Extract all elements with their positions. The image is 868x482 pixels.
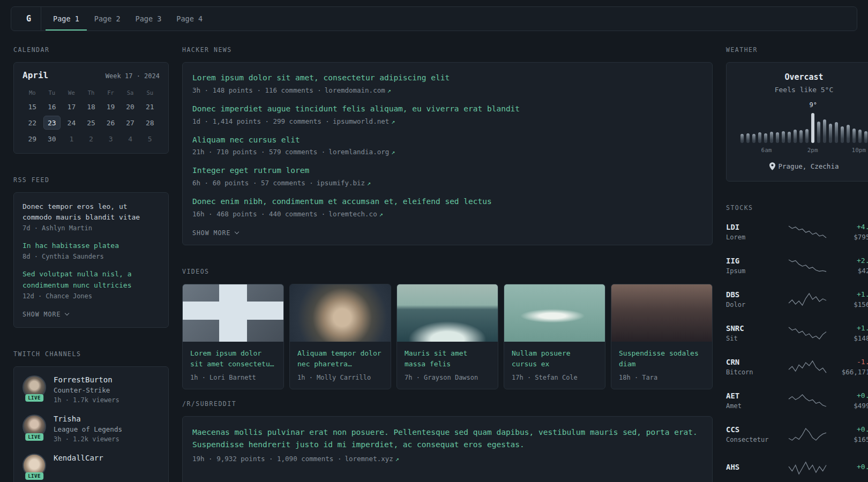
hn-item-title[interactable]: Integer eget rutrum lorem <box>192 165 702 177</box>
stock-row[interactable]: SNRC Sit +1.36% $148.64 <box>726 316 868 350</box>
stock-row[interactable]: CCS Consectetur +0.51% $165.84 <box>726 417 868 451</box>
calendar-weekday: We <box>62 87 81 99</box>
tab-page-2[interactable]: Page 2 <box>87 7 128 31</box>
hackernews-widget: HACKER NEWS Lorem ipsum dolor sit amet, … <box>182 46 713 245</box>
stock-id: CRN Bitcorn <box>726 358 782 376</box>
video-thumbnail[interactable] <box>183 284 283 342</box>
weather-bar <box>794 130 797 143</box>
video-body: Aliquam tempor dolor nec pharetra… 1h · … <box>290 342 391 389</box>
channel-viewers: 3h · 1.2k viewers <box>54 435 122 443</box>
video-thumbnail[interactable] <box>290 284 391 342</box>
subreddit-meta-text: 19h · 9,932 points · 1,090 comments · <box>192 455 341 463</box>
hn-item-title[interactable]: Donec enim nibh, condimentum et accumsan… <box>192 196 702 208</box>
twitch-channel-row[interactable]: LIVE KendallCarr <box>23 454 160 477</box>
stock-row[interactable]: CRN Bitcorn -1.00% $66,171.48 <box>726 350 868 383</box>
video-thumbnail[interactable] <box>397 284 498 342</box>
stock-symbol: CRN <box>726 358 782 366</box>
video-title[interactable]: Suspendisse sodales diam <box>619 348 705 370</box>
rss-item-title[interactable]: In hac habitasse platea <box>23 240 160 251</box>
hn-domain-link[interactable]: ipsumworld.net <box>333 117 389 125</box>
middle-column: HACKER NEWS Lorem ipsum dolor sit amet, … <box>182 46 713 482</box>
weather-bar <box>770 132 773 143</box>
rss-item-title[interactable]: Donec tempor eros leo, ut commodo mauris… <box>23 201 160 223</box>
rss-card: Donec tempor eros leo, ut commodo mauris… <box>13 192 169 328</box>
hn-item-meta: 16h · 468 points · 440 comments ·loremte… <box>192 210 702 218</box>
stock-row[interactable]: AET Amet +0.92% $499.72 <box>726 383 868 417</box>
subreddit-domain-link[interactable]: loremnet.xyz <box>345 455 393 463</box>
hn-item-title[interactable]: Aliquam nec cursus elit <box>192 134 702 146</box>
tab-page-4[interactable]: Page 4 <box>169 7 210 31</box>
calendar-day: 2 <box>83 132 100 146</box>
external-link-icon: ↗ <box>367 179 371 187</box>
weather-hour-label: 6am <box>761 147 772 154</box>
hn-meta-text: 16h · 468 points · 440 comments · <box>192 210 325 218</box>
hn-item-meta: 21h · 710 points · 579 comments ·loremla… <box>192 148 702 156</box>
left-column: CALENDAR April Week 17 · 2024 MoTuWeThFr… <box>13 46 169 482</box>
stock-row[interactable]: AHS +0.46% <box>726 451 868 482</box>
stock-values: +0.46% <box>833 463 868 473</box>
calendar-day: 1 <box>63 132 80 146</box>
twitch-widget: TWITCH CHANNELS LIVE ForrestBurton Count… <box>13 350 169 482</box>
stock-row[interactable]: DBS Dolor +1.42% $156.28 <box>726 282 868 316</box>
weather-bar <box>852 129 856 143</box>
hn-domain-link[interactable]: loremlandia.org <box>328 148 389 156</box>
stock-sparkline <box>788 292 827 306</box>
stock-symbol: SNRC <box>726 324 782 333</box>
hn-item-meta: 1d · 1,414 points · 299 comments ·ipsumw… <box>192 117 702 125</box>
stock-price: $148.64 <box>833 334 868 342</box>
tab-page-3[interactable]: Page 3 <box>128 7 169 31</box>
weather-bar <box>864 131 867 143</box>
hn-domain-link[interactable]: loremtech.co <box>328 210 377 218</box>
stock-sparkline <box>788 360 827 374</box>
video-body: Lorem ipsum dolor sit amet consectetu… 1… <box>183 342 283 389</box>
weather-bar <box>776 132 779 143</box>
weather-bar <box>746 133 750 143</box>
channel-avatar[interactable]: LIVE <box>23 415 46 438</box>
topbar: G Page 1 Page 2 Page 3 Page 4 <box>11 6 857 31</box>
twitch-widget-title: TWITCH CHANNELS <box>13 350 169 358</box>
stock-sparkline <box>788 259 827 273</box>
video-body: Mauris sit amet massa felis 7h · Grayson… <box>397 342 498 389</box>
stock-sparkline <box>788 326 827 340</box>
hn-item-title[interactable]: Donec imperdiet augue tincidunt felis al… <box>192 103 702 115</box>
video-title[interactable]: Mauris sit amet massa felis <box>405 348 490 370</box>
tab-page-1[interactable]: Page 1 <box>46 7 87 31</box>
stock-row[interactable]: IIG Ipsum +2.84% $42.04 <box>726 248 868 282</box>
video-card: Lorem ipsum dolor sit amet consectetu… 1… <box>182 284 284 389</box>
video-meta: 18h · Tara <box>619 374 705 381</box>
video-meta: 7h · Grayson Dawson <box>405 374 490 381</box>
channel-name[interactable]: ForrestBurton <box>54 375 119 384</box>
video-meta: 1h · Molly Carrillo <box>297 374 383 381</box>
hn-item-title[interactable]: Lorem ipsum dolor sit amet, consectetur … <box>192 72 702 84</box>
rss-show-more-button[interactable]: SHOW MORE <box>23 311 69 318</box>
hn-item: Donec enim nibh, condimentum et accumsan… <box>192 196 702 218</box>
stock-row[interactable]: LDI Lorem +4.35% $795.18 <box>726 215 868 248</box>
video-title[interactable]: Aliquam tempor dolor nec pharetra… <box>297 348 383 370</box>
video-thumbnail[interactable] <box>504 284 605 342</box>
hn-show-more-button[interactable]: SHOW MORE <box>192 229 238 237</box>
twitch-channel-row[interactable]: LIVE Trisha League of Legends 3h · 1.2k … <box>23 415 160 443</box>
hn-domain-link[interactable]: ipsumify.biz <box>317 179 365 187</box>
calendar-day: 21 <box>141 100 159 114</box>
calendar-day: 20 <box>122 100 139 114</box>
subreddit-post-title[interactable]: Maecenas mollis pulvinar erat non posuer… <box>192 426 702 451</box>
external-link-icon: ↗ <box>391 148 395 156</box>
channel-name[interactable]: Trisha <box>54 415 122 423</box>
channel-avatar[interactable]: LIVE <box>23 375 46 399</box>
twitch-channel-row[interactable]: LIVE ForrestBurton Counter-Strike 1h · 1… <box>23 375 160 404</box>
rss-item-title[interactable]: Sed volutpat nulla nisl, a condimentum n… <box>23 269 160 290</box>
video-thumbnail[interactable] <box>611 284 712 342</box>
weather-location-row: Prague, Czechia <box>736 162 868 170</box>
weather-widget: WEATHER Overcast Feels like 5°C 9° 6am2p… <box>726 46 868 182</box>
rss-item: Donec tempor eros leo, ut commodo mauris… <box>23 201 160 232</box>
hn-domain-link[interactable]: loremdomain.com <box>325 86 385 94</box>
channel-name[interactable]: KendallCarr <box>54 454 103 462</box>
video-title[interactable]: Lorem ipsum dolor sit amet consectetu… <box>190 348 276 370</box>
hn-meta-text: 3h · 148 points · 116 comments · <box>192 86 321 94</box>
stock-values: +1.36% $148.64 <box>833 324 868 342</box>
subreddit-post-meta: 19h · 9,932 points · 1,090 comments ·lor… <box>192 455 702 463</box>
subreddit-post: Maecenas mollis pulvinar erat non posuer… <box>192 426 702 463</box>
video-title[interactable]: Nullam posuere cursus ex <box>512 348 597 370</box>
video-card: Mauris sit amet massa felis 7h · Grayson… <box>396 284 498 389</box>
channel-avatar[interactable]: LIVE <box>23 454 46 477</box>
